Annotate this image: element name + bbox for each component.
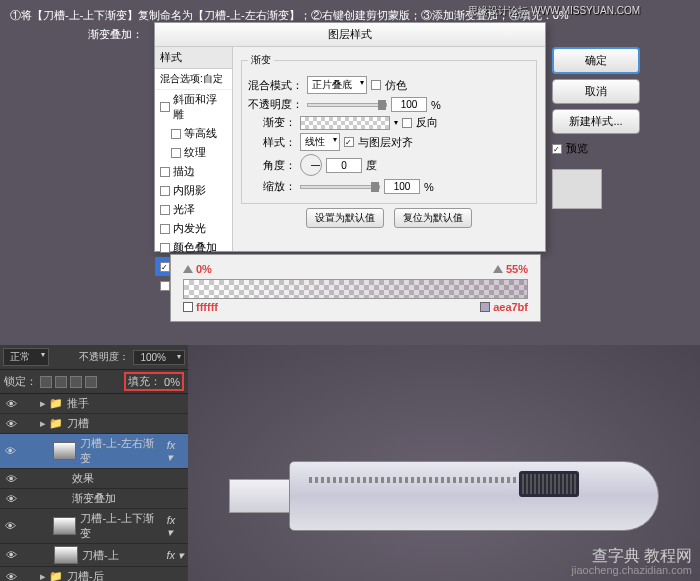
- layer-item[interactable]: 👁渐变叠加: [0, 489, 188, 509]
- section-legend: 渐变: [248, 53, 274, 67]
- style-item-contour[interactable]: 等高线: [155, 124, 232, 143]
- scale-input[interactable]: [384, 179, 420, 194]
- gradient-editor: 0% 55% ffffff aea7bf: [170, 254, 541, 322]
- style-item-bevel[interactable]: 斜面和浮雕: [155, 90, 232, 124]
- canvas-artwork: [188, 345, 700, 581]
- blend-mode-label: 混合模式：: [248, 78, 303, 93]
- opacity-input[interactable]: [391, 97, 427, 112]
- layer-item[interactable]: 👁▸ 📁刀槽: [0, 414, 188, 434]
- visibility-icon[interactable]: 👁: [4, 571, 18, 582]
- layers-panel: 正常 不透明度： 100% 锁定： 填充： 0% 👁▸ 📁推手👁▸ 📁刀槽👁刀槽…: [0, 345, 188, 581]
- ok-button[interactable]: 确定: [552, 47, 640, 74]
- lock-transparency-icon[interactable]: [40, 376, 52, 388]
- layer-item[interactable]: 👁效果: [0, 469, 188, 489]
- fill-label: 填充：: [128, 374, 161, 389]
- watermark-bottom: 查字典 教程网 jiaocheng.chazidian.com: [572, 549, 692, 577]
- gradient-dropdown-icon[interactable]: ▾: [394, 118, 398, 127]
- style-item-inner-shadow[interactable]: 内阴影: [155, 181, 232, 200]
- layer-style-dialog: 图层样式 样式 混合选项:自定 斜面和浮雕 等高线 纹理 描边 内阴影 光泽 内…: [154, 22, 546, 252]
- layer-item[interactable]: 👁刀槽-上fx ▾: [0, 544, 188, 567]
- preview-thumbnail: [552, 169, 602, 209]
- gradient-settings: 渐变 混合模式： 正片叠底 仿色 不透明度： % 渐变： ▾: [233, 47, 545, 251]
- visibility-icon[interactable]: 👁: [4, 445, 18, 457]
- style-list: 样式 混合选项:自定 斜面和浮雕 等高线 纹理 描边 内阴影 光泽 内发光 颜色…: [155, 47, 233, 251]
- blend-mode-layers-select[interactable]: 正常: [3, 348, 49, 366]
- style-item-inner-glow[interactable]: 内发光: [155, 219, 232, 238]
- gradient-label: 渐变：: [248, 115, 296, 130]
- preview-checkbox[interactable]: [552, 144, 562, 154]
- opacity-stop-right[interactable]: [493, 265, 503, 273]
- visibility-icon[interactable]: 👁: [4, 549, 18, 561]
- angle-input[interactable]: [326, 158, 362, 173]
- align-label: 与图层对齐: [358, 135, 413, 150]
- preview-label: 预览: [566, 141, 588, 156]
- opacity-label: 不透明度：: [248, 97, 303, 112]
- reverse-label: 反向: [416, 115, 438, 130]
- cancel-button[interactable]: 取消: [552, 79, 640, 104]
- layer-name: 效果: [72, 471, 94, 486]
- lock-all-icon[interactable]: [85, 376, 97, 388]
- fill-value[interactable]: 0%: [164, 376, 180, 388]
- color-right-hex: aea7bf: [493, 301, 528, 313]
- layer-item[interactable]: 👁▸ 📁刀槽-后: [0, 567, 188, 581]
- style-item-stroke[interactable]: 描边: [155, 162, 232, 181]
- visibility-icon[interactable]: 👁: [4, 418, 18, 430]
- blend-options-item[interactable]: 混合选项:自定: [155, 69, 232, 90]
- knife-illustration: [229, 451, 659, 541]
- color-stop-right[interactable]: [480, 302, 490, 312]
- style-item-texture[interactable]: 纹理: [155, 143, 232, 162]
- opacity-stop-left[interactable]: [183, 265, 193, 273]
- visibility-icon[interactable]: 👁: [4, 398, 18, 410]
- style-item-satin[interactable]: 光泽: [155, 200, 232, 219]
- new-style-button[interactable]: 新建样式...: [552, 109, 640, 134]
- lock-label: 锁定：: [4, 374, 37, 389]
- style-label: 样式：: [248, 135, 296, 150]
- gradient-preview[interactable]: [300, 116, 390, 130]
- layer-item[interactable]: 👁刀槽-上-左右渐变fx ▾: [0, 434, 188, 469]
- layer-name: 刀槽: [67, 416, 89, 431]
- color-stop-left[interactable]: [183, 302, 193, 312]
- dither-checkbox[interactable]: [371, 80, 381, 90]
- gradient-bar[interactable]: [183, 279, 528, 299]
- opacity-right-value: 55%: [506, 263, 528, 275]
- visibility-icon[interactable]: 👁: [4, 493, 18, 505]
- photoshop-panel: 正常 不透明度： 100% 锁定： 填充： 0% 👁▸ 📁推手👁▸ 📁刀槽👁刀槽…: [0, 345, 700, 581]
- layer-name: 推手: [67, 396, 89, 411]
- layer-item[interactable]: 👁刀槽-上-上下渐变fx ▾: [0, 509, 188, 544]
- layer-item[interactable]: 👁▸ 📁推手: [0, 394, 188, 414]
- layers-opacity-label: 不透明度：: [79, 350, 129, 364]
- reverse-checkbox[interactable]: [402, 118, 412, 128]
- visibility-icon[interactable]: 👁: [4, 473, 18, 485]
- dialog-title: 图层样式: [155, 23, 545, 47]
- watermark-top: 思缘设计论坛 WWW.MISSYUAN.COM: [468, 4, 640, 18]
- visibility-icon[interactable]: 👁: [4, 520, 18, 532]
- angle-dial[interactable]: [300, 154, 322, 176]
- style-select[interactable]: 线性: [300, 133, 340, 151]
- layer-name: 刀槽-上: [82, 548, 119, 563]
- layer-name: 刀槽-上-上下渐变: [80, 511, 162, 541]
- set-default-button[interactable]: 设置为默认值: [306, 208, 384, 228]
- reset-default-button[interactable]: 复位为默认值: [394, 208, 472, 228]
- dither-label: 仿色: [385, 78, 407, 93]
- color-left-hex: ffffff: [196, 301, 218, 313]
- layer-name: 刀槽-后: [67, 569, 104, 581]
- scale-slider[interactable]: [300, 185, 380, 189]
- layers-opacity-value[interactable]: 100%: [133, 350, 185, 365]
- lock-pixels-icon[interactable]: [55, 376, 67, 388]
- blend-mode-select[interactable]: 正片叠底: [307, 76, 367, 94]
- opacity-left-value: 0%: [196, 263, 212, 275]
- scale-label: 缩放：: [248, 179, 296, 194]
- style-list-header: 样式: [155, 47, 232, 69]
- lock-position-icon[interactable]: [70, 376, 82, 388]
- angle-label: 角度：: [248, 158, 296, 173]
- align-checkbox[interactable]: [344, 137, 354, 147]
- layer-name: 刀槽-上-左右渐变: [80, 436, 162, 466]
- dialog-anchor-label: 渐变叠加：: [88, 27, 143, 42]
- layer-name: 渐变叠加: [72, 491, 116, 506]
- opacity-slider[interactable]: [307, 103, 387, 107]
